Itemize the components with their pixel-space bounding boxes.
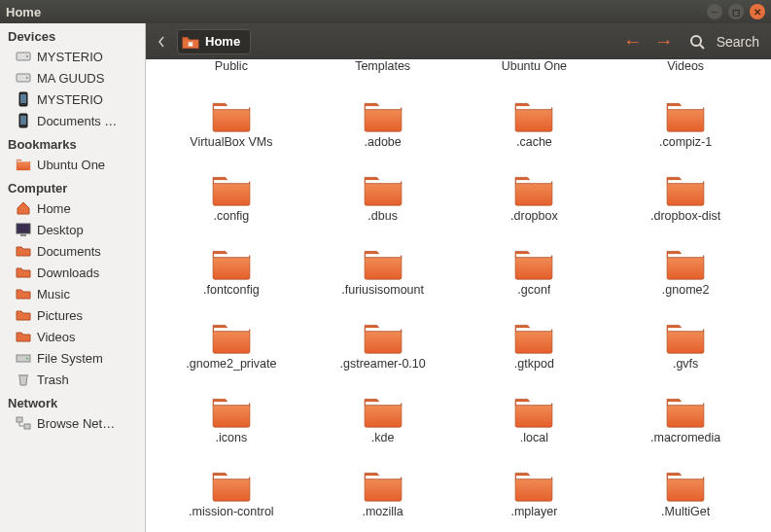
- folder-item[interactable]: .adobe: [307, 77, 459, 151]
- folder-item[interactable]: Videos: [610, 59, 761, 77]
- folder-item[interactable]: .gnome2_private: [156, 299, 307, 372]
- sidebar-item-label: File System: [37, 351, 103, 366]
- sidebar-item[interactable]: Videos: [0, 326, 145, 347]
- svg-rect-9: [17, 224, 30, 233]
- folder-icon: [663, 320, 708, 355]
- sidebar-item[interactable]: Browse Net…: [0, 412, 145, 434]
- svg-rect-13: [18, 374, 28, 376]
- folder-item[interactable]: .gvfs: [610, 299, 761, 372]
- folder-item[interactable]: .gconf: [459, 225, 611, 299]
- folder-icon: [663, 172, 708, 207]
- svg-rect-8: [17, 160, 29, 161]
- folder-icon: [511, 468, 556, 503]
- folder-label: .fontconfig: [203, 283, 260, 297]
- path-back-button[interactable]: [154, 34, 169, 50]
- folder-item[interactable]: VirtualBox VMs: [156, 77, 307, 151]
- folder-item[interactable]: .macromedia: [610, 372, 761, 446]
- sidebar-item-label: Trash: [37, 372, 69, 387]
- svg-rect-10: [20, 234, 26, 236]
- folder-icon: [511, 98, 556, 133]
- folder-item[interactable]: Public: [156, 59, 307, 77]
- nav-forward-button[interactable]: →: [652, 30, 676, 53]
- folder-orange-icon: [16, 157, 31, 172]
- svg-rect-39: [214, 476, 249, 479]
- folder-item[interactable]: .config: [156, 151, 307, 225]
- sidebar-item[interactable]: Pictures: [0, 304, 145, 326]
- svg-rect-35: [214, 402, 249, 406]
- folder-label: .dropbox-dist: [650, 209, 720, 223]
- folder-item[interactable]: .fontconfig: [156, 225, 307, 299]
- folder-item[interactable]: .dropbox-dist: [610, 151, 761, 225]
- main-pane: Home ← → Search PublicTemplatesUbuntu On…: [146, 23, 771, 532]
- window-title: Home: [6, 5, 707, 19]
- folder-icon: [361, 394, 405, 429]
- folder-icon: [209, 320, 254, 355]
- svg-rect-33: [516, 328, 551, 332]
- folder-item[interactable]: .furiusisomount: [307, 225, 459, 299]
- sidebar-item[interactable]: Trash: [0, 369, 145, 390]
- folder-item[interactable]: .compiz-1: [610, 77, 761, 151]
- folder-icon: [16, 243, 31, 259]
- folder-icon: [663, 394, 708, 429]
- sidebar-item-label: Documents: [37, 244, 101, 259]
- folder-label: .adobe: [365, 135, 402, 149]
- folder-item[interactable]: .dropbox: [459, 151, 611, 225]
- folder-icon: [361, 320, 405, 355]
- search-icon[interactable]: [689, 34, 705, 50]
- folder-icon: [361, 98, 405, 133]
- folder-icon: [209, 394, 254, 429]
- home-folder-icon: [182, 33, 199, 51]
- folder-item[interactable]: Templates: [307, 59, 459, 77]
- folder-item[interactable]: .local: [459, 372, 611, 446]
- close-button[interactable]: ✕: [750, 4, 765, 19]
- maximize-button[interactable]: ◻: [728, 4, 744, 19]
- folder-item[interactable]: .gnome2: [610, 225, 761, 299]
- path-bar[interactable]: Home: [177, 29, 251, 54]
- folder-item[interactable]: .dbus: [307, 151, 459, 225]
- svg-rect-30: [668, 254, 703, 258]
- folder-item[interactable]: .gstreamer-0.10: [307, 299, 459, 372]
- folder-label: .gstreamer-0.10: [340, 357, 426, 371]
- toolbar: Home ← → Search: [146, 23, 771, 59]
- sidebar-item[interactable]: Ubuntu One: [0, 154, 145, 175]
- sidebar-item-label: Browse Net…: [37, 416, 115, 431]
- folder-icon: [511, 320, 556, 355]
- folder-icon: [209, 98, 254, 133]
- folder-item[interactable]: .mission-control: [156, 446, 307, 520]
- sidebar-item[interactable]: Documents …: [0, 110, 145, 131]
- sidebar-item[interactable]: MYSTERIO: [0, 89, 145, 110]
- folder-label: .cache: [516, 135, 552, 149]
- folder-grid: PublicTemplatesUbuntu OneVideos VirtualB…: [146, 59, 771, 532]
- minimize-button[interactable]: ─: [707, 4, 722, 19]
- sidebar-item[interactable]: Downloads: [0, 262, 145, 283]
- sidebar-item[interactable]: File System: [0, 347, 145, 369]
- folder-icon: [209, 172, 254, 207]
- svg-rect-28: [366, 254, 401, 258]
- sidebar-item[interactable]: Documents: [0, 240, 145, 262]
- folder-label: .kde: [371, 431, 395, 444]
- folder-item[interactable]: .icons: [156, 372, 307, 446]
- sidebar-item[interactable]: Music: [0, 283, 145, 304]
- folder-item[interactable]: .cache: [459, 77, 611, 151]
- folder-item[interactable]: .MultiGet: [610, 446, 761, 520]
- sidebar-item-label: Ubuntu One: [37, 158, 105, 172]
- folder-label: .gvfs: [673, 357, 698, 371]
- folder-label: .gnome2_private: [186, 357, 276, 371]
- folder-item[interactable]: .kde: [307, 372, 459, 446]
- sidebar-item[interactable]: MA GUUDS: [0, 67, 145, 89]
- folder-icon: [361, 246, 405, 281]
- folder-item[interactable]: .mplayer: [459, 446, 611, 520]
- search-label[interactable]: Search: [717, 34, 759, 50]
- folder-item[interactable]: Ubuntu One: [459, 59, 611, 77]
- sidebar-item[interactable]: Desktop: [0, 219, 145, 240]
- folder-label: Templates: [355, 59, 410, 73]
- sidebar-item[interactable]: MYSTERIO: [0, 46, 145, 67]
- folder-item[interactable]: .gtkpod: [459, 299, 611, 372]
- sidebar-section-header: Network: [0, 390, 145, 412]
- nav-back-button[interactable]: ←: [621, 30, 645, 53]
- folder-icon: [663, 98, 708, 133]
- folder-item[interactable]: .mozilla: [307, 446, 459, 520]
- svg-rect-27: [214, 254, 249, 258]
- sidebar-item[interactable]: Home: [0, 197, 145, 219]
- sidebar-item-label: MYSTERIO: [37, 50, 103, 64]
